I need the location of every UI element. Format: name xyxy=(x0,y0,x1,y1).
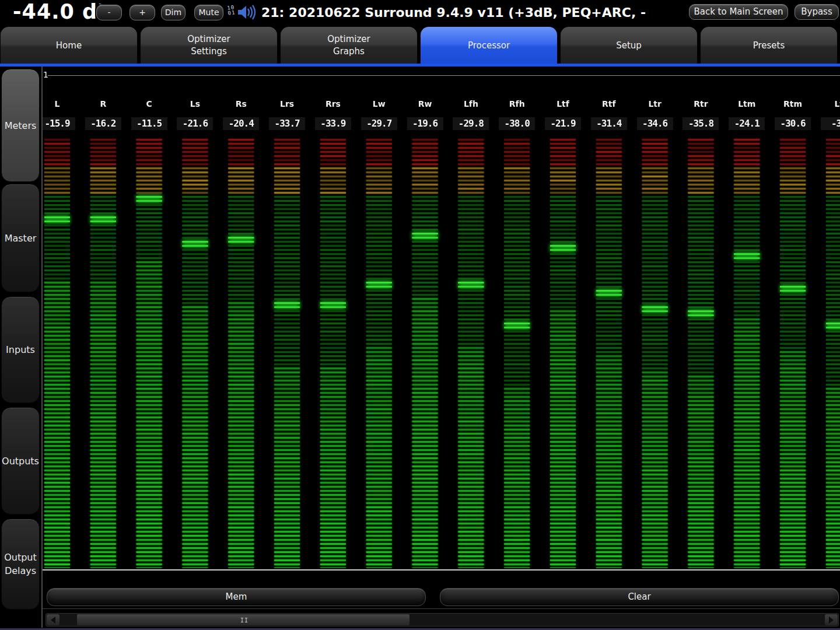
left-arrow-icon xyxy=(51,617,55,624)
channel-label-rtf: Rtf xyxy=(586,99,632,108)
processor-meters-screen: -44.0 dB - + Dim Mute 1001 21: 20210622 … xyxy=(0,0,840,630)
channel-level-r: -16.2 xyxy=(85,117,121,130)
channel-level-lrs: -33.7 xyxy=(269,117,305,130)
digital-audio-bits-icon: 1001 xyxy=(227,5,236,16)
scroll-left-button[interactable] xyxy=(47,614,60,625)
channel-level-ltr: -34.6 xyxy=(637,117,673,130)
channel-label-c: C xyxy=(126,99,173,108)
channel-level-ltf: -21.9 xyxy=(545,117,581,130)
volume-minus-button[interactable]: - xyxy=(96,5,122,20)
back-to-main-screen-button[interactable]: Back to Main Screen xyxy=(689,4,788,20)
scrollbar-grip: II xyxy=(240,617,249,624)
channel-level-lfh: -29.8 xyxy=(453,117,489,130)
channel-label-lfh: Lfh xyxy=(447,99,494,108)
mem-button[interactable]: Mem xyxy=(47,588,426,606)
channel-level-rw: -19.6 xyxy=(407,117,443,130)
channel-label-rtm: Rtm xyxy=(769,99,816,108)
volume-plus-button[interactable]: + xyxy=(130,5,155,20)
channel-label-ltf: Ltf xyxy=(540,99,586,108)
horizontal-scrollbar[interactable]: II xyxy=(46,613,839,626)
meters-panel: 1 L-15.9R-16.2C-11.5Ls-21.6Rs-20.4Lrs-33… xyxy=(41,66,840,628)
channel-label-rrs: Rrs xyxy=(310,99,356,108)
bypass-button[interactable]: Bypass xyxy=(794,4,839,20)
tab-home[interactable]: Home xyxy=(1,27,137,64)
channel-level-rrs: -33.9 xyxy=(315,117,351,130)
scrollbar-top-edge xyxy=(43,608,840,609)
mute-button[interactable]: Mute xyxy=(194,5,223,20)
channel-level-l: -15.9 xyxy=(41,117,75,130)
level-meters-canvas xyxy=(43,66,840,568)
channel-label-rs: Rs xyxy=(218,99,264,108)
tab-bar: HomeOptimizerSettingsOptimizerGraphsProc… xyxy=(0,26,840,64)
channel-label-ls: Ls xyxy=(172,99,218,108)
meter-group-line xyxy=(48,75,840,76)
channel-label-ltr: Ltr xyxy=(632,99,678,108)
right-arrow-icon xyxy=(829,617,834,624)
meter-bottom-separator xyxy=(43,569,840,570)
channel-level-ls: -21.6 xyxy=(177,117,213,130)
sidebar-item-meters[interactable]: Meters xyxy=(1,69,40,182)
channel-level-rfh: -38.0 xyxy=(499,117,535,130)
tab-setup[interactable]: Setup xyxy=(561,27,697,64)
sidebar-item-inputs[interactable]: Inputs xyxy=(1,296,40,403)
channel-label-l: L xyxy=(41,99,80,108)
dim-button[interactable]: Dim xyxy=(161,5,186,20)
tab-optimizer-graphs[interactable]: OptimizerGraphs xyxy=(281,27,417,64)
channel-label-ltm: Ltm xyxy=(723,99,770,108)
sidebar: MetersMasterInputsOutputsOutputDelays xyxy=(0,66,41,630)
sidebar-item-outputs[interactable]: Outputs xyxy=(1,407,40,514)
channel-label-rfh: Rfh xyxy=(494,99,540,108)
channel-level-rs: -20.4 xyxy=(223,117,259,130)
scroll-right-button[interactable] xyxy=(825,614,838,625)
speaker-icon xyxy=(237,4,257,23)
channel-level-ltm: -24.1 xyxy=(729,117,765,130)
channel-label-lf: Lf xyxy=(816,99,840,108)
sidebar-item-master[interactable]: Master xyxy=(1,184,40,292)
sidebar-item-output-delays[interactable]: OutputDelays xyxy=(1,519,40,610)
meter-group-label: 1 xyxy=(43,70,48,79)
channel-level-lf: -38 xyxy=(821,117,840,130)
channel-level-c: -11.5 xyxy=(131,117,167,130)
channel-label-lw: Lw xyxy=(356,99,402,108)
channel-level-rtf: -31.4 xyxy=(591,117,627,130)
channel-label-rw: Rw xyxy=(402,99,449,108)
channel-level-rtr: -35.8 xyxy=(682,117,719,130)
channel-label-r: R xyxy=(80,99,127,108)
preset-title: 21: 20210622 Surround 9.4.9 v11 (+3dB, P… xyxy=(261,5,646,20)
channel-level-lw: -29.7 xyxy=(361,117,397,130)
channel-level-rtm: -30.6 xyxy=(775,117,811,130)
channel-label-rtr: Rtr xyxy=(677,99,724,108)
tab-optimizer-settings[interactable]: OptimizerSettings xyxy=(141,27,277,64)
channel-label-lrs: Lrs xyxy=(264,99,310,108)
tab-presets[interactable]: Presets xyxy=(701,27,837,64)
scrollbar-thumb[interactable]: II xyxy=(77,614,410,625)
tab-processor[interactable]: Processor xyxy=(421,27,557,64)
top-bar: -44.0 dB - + Dim Mute 1001 21: 20210622 … xyxy=(0,0,840,26)
clear-button[interactable]: Clear xyxy=(440,588,839,606)
